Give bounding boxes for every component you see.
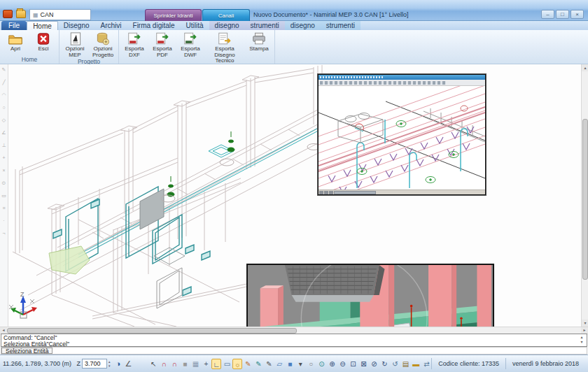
printer-icon [251,31,267,46]
spline-edit-icon[interactable]: ∩ [169,359,179,369]
esporta-dwf-button[interactable]: Esporta DWF [177,31,204,58]
refresh-icon[interactable]: ⇄ [421,359,431,369]
z-value-input[interactable]: 3.700 [82,359,107,369]
tab-utilita[interactable]: Utilità [181,21,209,30]
viewport-scrollbar[interactable] [318,189,485,194]
app-icon[interactable] [3,10,13,18]
opzioni-progetto-button[interactable]: Opzioni Progetto [90,31,116,58]
open-icon[interactable] [16,10,26,18]
lightbulb-icon[interactable]: ☼ [232,359,242,369]
vertical-scrollbar[interactable]: ▴ ▾ [581,64,588,327]
tab-home[interactable]: Home [27,21,58,30]
move-icon[interactable]: + [201,359,211,369]
exit-icon [36,31,51,46]
tool-strip-icon[interactable]: ▭ [1,193,6,198]
pencil-dark-icon[interactable]: ✎ [264,359,274,369]
filled-square-icon[interactable]: ■ [180,359,190,369]
circle-tool-icon[interactable]: ○ [306,359,316,369]
angle-tool-icon[interactable]: ∠ [125,359,132,369]
tool-strip-icon[interactable]: ⊥ [1,143,6,148]
esporta-dxf-button[interactable]: Esporta DXF [121,31,148,58]
command-prompt-row[interactable]: Seleziona Entità [1,347,587,355]
window-title: Nuovo Documento* - Namirial MEP 3.0 CAN … [253,11,409,18]
layers-icon[interactable]: ▤ [400,359,410,369]
orbit-icon[interactable]: ↻ [379,359,389,369]
regen-icon[interactable]: ↺ [390,359,400,369]
zoom-previous-icon[interactable]: ⊘ [369,359,379,369]
apri-button[interactable]: Apri [2,31,29,52]
ortho-icon[interactable]: ∟ [211,359,221,369]
ribbon-group-progetto: Opzioni MEP Opzioni Progetto Progetto [59,30,119,64]
tool-strip-icon[interactable]: ≡ [2,206,5,210]
tool-strip-icon[interactable]: ⊙ [2,180,6,185]
maximize-button[interactable]: □ [556,10,569,19]
stampa-button[interactable]: Stampa [246,31,272,52]
viewport-scroll-button[interactable] [319,191,323,194]
minimize-button[interactable]: – [541,10,554,19]
tab-canali-disegno[interactable]: disegno [285,21,321,30]
esporta-pdf-button[interactable]: Esporta PDF [149,31,176,58]
plan-viewport-drawing[interactable] [318,86,485,189]
z-spinner[interactable]: ▴▾ [107,359,112,368]
viewport-title-bar[interactable] [318,75,485,80]
zoom-out-icon[interactable]: ⊖ [337,359,347,369]
close-button[interactable]: × [570,10,584,19]
tool-strip-icon[interactable]: ◠ [1,92,6,97]
context-group-sprinkler[interactable]: Sprinkler Idranti [145,9,202,21]
zoom-window-icon[interactable]: ⊡ [348,359,358,369]
tool-strip-icon[interactable]: · [3,218,4,223]
tool-strip-icon[interactable]: ○ [2,105,5,110]
tab-sprinkler-strumenti[interactable]: strumenti [245,21,285,30]
box-3d-icon[interactable]: ▱ [274,359,284,369]
left-tool-strip[interactable]: ✎ ╱ ◠ ○ ◇ ∠ ⊥ + × ⊙ ▭ ≡ · ¬ [0,64,8,327]
vertical-scroll-thumb[interactable] [582,119,588,280]
scroll-up-arrow[interactable]: ▴ [582,64,588,71]
tool-strip-icon[interactable]: × [2,168,5,173]
tool-strip-icon[interactable]: ╱ [2,80,5,85]
tab-disegno[interactable]: Disegno [58,21,95,30]
dropdown-icon[interactable]: ▾ [295,359,305,369]
select-icon[interactable]: ↖ [148,359,158,369]
opzioni-mep-button[interactable]: Opzioni MEP [62,31,88,58]
esporta-disegno-tecnico-button[interactable]: Esporta Disegno Tecnico [205,31,244,64]
zoom-extents-icon[interactable]: ⊠ [358,359,368,369]
command-history[interactable]: Command: "Cancel" Seleziona Entità"Cance… [1,334,587,347]
tool-strip-icon[interactable]: ✎ [2,67,6,72]
spline-icon[interactable]: ∩ [159,359,169,369]
tab-file[interactable]: File [1,21,27,30]
tool-strip-icon[interactable]: ∠ [1,130,6,135]
selection-window-icon[interactable]: ▭ [222,359,232,369]
tool-strip-icon[interactable]: ◇ [2,117,6,122]
ribbon-tab-row: File Home Disegno Archivi Firma digitale… [0,21,588,30]
title-bar[interactable]: ▦ CAN Sprinkler Idranti Canali Nuovo Doc… [0,0,588,21]
tool-strip-icon[interactable]: ¬ [2,231,5,236]
tab-archivi[interactable]: Archivi [95,21,127,30]
viewport-toolbar[interactable] [318,80,485,86]
cube-icon[interactable]: ■ [285,359,295,369]
layout-icon[interactable]: ▬ [411,359,421,369]
pencil-orange-icon[interactable]: ✎ [243,359,253,369]
viewport-scroll-thumb[interactable] [334,191,376,194]
horizontal-scroll-thumb[interactable] [7,328,297,334]
snap-icon[interactable]: ▦ [190,359,200,369]
drawing-canvas[interactable]: ✎ ╱ ◠ ○ ◇ ∠ ⊥ + × ⊙ ▭ ≡ · ¬ [0,64,588,327]
command-scroll-spinner[interactable]: ▴▾ [578,335,585,345]
status-toolbar: ↖ ∩ ∩ ■ ▦ + ∟ ▭ ☼ ✎ ✎ ✎ ▱ ■ ▾ ○ ⊙ ⊕ ⊖ ⊡ … [148,359,431,369]
tab-canali-strumenti[interactable]: strumenti [321,21,360,30]
context-group-canali[interactable]: Canali [202,9,250,21]
selected-object-highlight [49,246,90,274]
zoom-in-icon[interactable]: ⊕ [327,359,337,369]
scroll-down-arrow[interactable]: ▾ [582,320,588,327]
viewport-scroll-button[interactable] [329,191,333,194]
horizontal-scrollbar[interactable]: ◂ ▸ [0,327,588,334]
tool-strip-icon[interactable]: + [2,155,5,160]
viewport-scroll-button[interactable] [324,191,328,194]
torus-icon[interactable]: ⊙ [316,359,326,369]
esci-button[interactable]: Esci [30,31,57,52]
tab-firma-digitale[interactable]: Firma digitale [127,21,181,30]
plan-viewport-window[interactable] [318,74,486,195]
ucs-toggle-icon[interactable]: ◑ [116,359,121,368]
can-selector[interactable]: ▦ CAN [29,9,91,20]
pencil-teal-icon[interactable]: ✎ [253,359,263,369]
tab-sprinkler-disegno[interactable]: disegno [209,21,245,30]
